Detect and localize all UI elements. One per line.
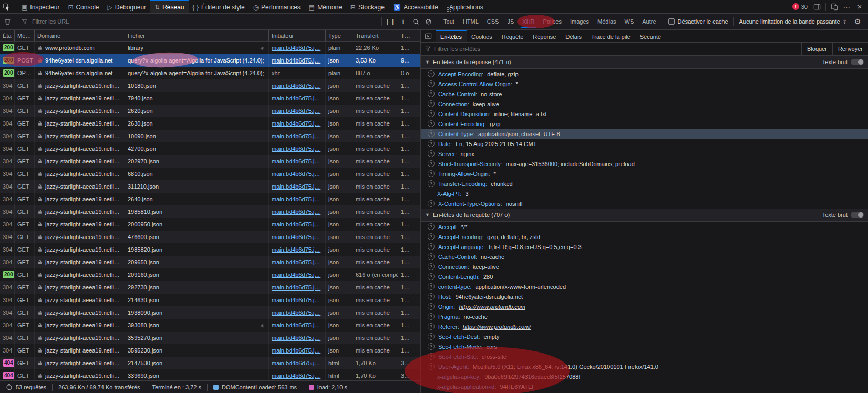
table-row[interactable]: 304GETjazzy-starlight-aeea19.netli…29273… (0, 281, 420, 294)
pick-element-button[interactable] (0, 0, 13, 13)
url-filter-input[interactable] (29, 18, 379, 25)
response-header-row[interactable]: ?Access-Control-Allow-Origin:* (421, 79, 868, 89)
request-header-row[interactable]: ?Content-Length:280 (421, 272, 868, 282)
help-icon[interactable]: ? (428, 130, 435, 137)
help-icon[interactable]: ? (428, 200, 435, 207)
resend-request-button[interactable]: Renvoyer (832, 43, 868, 55)
column-header-2[interactable]: Domaine (35, 30, 125, 41)
response-header-row[interactable]: ?X-Content-Type-Options:nosniff (421, 199, 868, 209)
type-filter-polices[interactable]: Polices (539, 14, 566, 29)
header-value-link[interactable]: https://www.protondb.com (459, 304, 525, 310)
table-row[interactable]: 304GETjazzy-starlight-aeea19.netli…19858… (0, 243, 420, 256)
table-row[interactable]: 304GETjazzy-starlight-aeea19.netli…6810.… (0, 168, 420, 180)
help-icon[interactable]: ? (428, 90, 435, 97)
request-header-row[interactable]: ?Host:94he6yatei-dsn.algolia.net (421, 292, 868, 302)
initiator-link[interactable]: main.bd4b6d75.j… (272, 133, 320, 139)
initiator-link[interactable]: main.bd4b6d75.j… (272, 95, 320, 101)
request-header-row[interactable]: ?User-Agent:Mozilla/5.0 (X11; Linux x86_… (421, 361, 868, 371)
table-row[interactable]: 304GETjazzy-starlight-aeea19.netli…20297… (0, 155, 420, 168)
table-row[interactable]: 304GETjazzy-starlight-aeea19.netli…10090… (0, 130, 420, 142)
request-header-row[interactable]: ?Origin:https://www.protondb.com (421, 302, 868, 312)
table-row[interactable]: 404GETjazzy-starlight-aeea19.netli…33969… (0, 369, 420, 380)
column-header-5[interactable]: Type (326, 30, 353, 41)
response-header-row[interactable]: ?Cache-Control:no-store (421, 89, 868, 99)
details-tab-en-t-tes[interactable]: En-têtes (436, 30, 467, 42)
table-row[interactable]: 304GETjazzy-starlight-aeea19.netli…21463… (0, 294, 420, 306)
throttling-select[interactable]: Aucune limitation de la bande passante ⇕ (736, 18, 850, 25)
details-tab-trace-de-la-pile[interactable]: Trace de la pile (586, 30, 635, 42)
table-row[interactable]: 404GETjazzy-starlight-aeea19.netli…21475… (0, 357, 420, 369)
request-header-row[interactable]: ?content-type:application/x-www-form-url… (421, 282, 868, 292)
help-icon[interactable]: ? (428, 353, 435, 360)
response-header-row[interactable]: ?Timing-Allow-Origin:* (421, 169, 868, 179)
tab-stockage[interactable]: ⊟Stockage (346, 0, 389, 13)
tab-console[interactable]: ⊡Console (64, 0, 103, 13)
request-header-row[interactable]: ?Accept-Language:fr,fr-FR;q=0.8,en-US;q=… (421, 242, 868, 252)
help-icon[interactable]: ? (428, 70, 435, 77)
network-settings-button[interactable]: ⚙ (850, 14, 868, 29)
initiator-link[interactable]: main.bd4b6d75.j… (272, 234, 320, 240)
tab-d-bogueur[interactable]: ▷Débogueur (103, 0, 150, 13)
initiator-link[interactable]: main.bd4b6d75.j… (272, 82, 320, 89)
initiator-link[interactable]: main.bd4b6d75.j… (272, 209, 320, 215)
initiator-link[interactable]: main.bd4b6d75.j… (272, 146, 320, 152)
help-icon[interactable]: ? (428, 313, 435, 320)
column-header-3[interactable]: Fichier (125, 30, 269, 41)
initiator-link[interactable]: main.bd4b6d75.j… (272, 221, 320, 227)
table-row[interactable]: 304GETjazzy-starlight-aeea19.netli…7940.… (0, 92, 420, 105)
table-row[interactable]: 304GETjazzy-starlight-aeea19.netli…42700… (0, 142, 420, 155)
column-header-4[interactable]: Initiateur (269, 30, 326, 41)
request-header-row[interactable]: ?Cache-Control:no-cache (421, 252, 868, 262)
table-row[interactable]: 200POST94he6yatei-dsn.algolia.netquery?x… (0, 54, 420, 67)
clear-requests-button[interactable] (1, 14, 14, 29)
column-header-0[interactable]: Éta (0, 30, 15, 41)
response-header-row[interactable]: ?Content-Type:application/json; charset=… (421, 129, 868, 139)
column-header-7[interactable]: T… (398, 30, 420, 41)
response-header-row[interactable]: ?Accept-Encoding:deflate, gzip (421, 69, 868, 79)
help-icon[interactable]: ? (428, 283, 435, 290)
initiator-link[interactable]: main.bd4b6d75.j… (272, 322, 320, 328)
request-header-row[interactable]: x-algolia-application-id:94HE6YATEI (421, 381, 868, 391)
tab-m-moire[interactable]: ▤Mémoire (305, 0, 346, 13)
details-tab-r-ponse[interactable]: Réponse (528, 30, 561, 42)
initiator-link[interactable]: main.bd4b6d75.j… (272, 284, 320, 291)
initiator-link[interactable]: main.bd4b6d75.j… (272, 45, 320, 51)
split-panel-toggle-button[interactable] (421, 30, 436, 42)
initiator-link[interactable]: main.bd4b6d75.j… (272, 309, 320, 316)
help-icon[interactable]: ? (428, 110, 435, 117)
response-headers-section-header[interactable]: ▼ En-têtes de la réponse (471 o) Texte b… (421, 56, 868, 69)
response-header-row[interactable]: ?Transfer-Encoding:chunked (421, 179, 868, 189)
initiator-link[interactable]: main.bd4b6d75.j… (272, 196, 320, 202)
request-header-row[interactable]: ?Accept:*/* (421, 222, 868, 232)
raw-response-toggle[interactable] (851, 59, 864, 65)
initiator-link[interactable]: main.bd4b6d75.j… (272, 158, 320, 164)
help-icon[interactable]: ? (428, 363, 435, 370)
load-time[interactable]: load: 2,10 s (303, 384, 353, 391)
help-icon[interactable]: ? (428, 323, 435, 330)
table-row[interactable]: 304GETjazzy-starlight-aeea19.netli…19380… (0, 306, 420, 319)
initiator-link[interactable]: main.bd4b6d75.j… (272, 335, 320, 341)
help-icon[interactable]: ? (428, 293, 435, 300)
type-filter-images[interactable]: Images (566, 14, 593, 29)
table-row[interactable]: 304GETjazzy-starlight-aeea19.netli…39308… (0, 319, 420, 332)
help-icon[interactable]: ? (428, 343, 435, 350)
details-tab-requ-te[interactable]: Requête (497, 30, 529, 42)
request-header-row[interactable]: ?Sec-Fetch-Site:cross-site (421, 351, 868, 361)
request-headers-section-header[interactable]: ▼ En-têtes de la requête (707 o) Texte b… (421, 209, 868, 222)
details-tab-s-curit-[interactable]: Sécurité (635, 30, 666, 42)
response-header-row[interactable]: ?Server:nginx (421, 149, 868, 159)
dock-button[interactable] (811, 0, 823, 13)
table-row[interactable]: 200GETwww.protondb.comlibrarymain.bd4b6d… (0, 42, 420, 54)
request-header-row[interactable]: ?Sec-Fetch-Dest:empty (421, 332, 868, 342)
response-header-row[interactable]: ?Content-Encoding:gzip (421, 119, 868, 129)
table-row[interactable]: 304GETjazzy-starlight-aeea19.netli…2630.… (0, 117, 420, 130)
block-request-button[interactable] (422, 14, 435, 29)
initiator-link[interactable]: main.bd4b6d75.j… (272, 57, 320, 64)
help-icon[interactable]: ? (428, 253, 435, 260)
table-row[interactable]: 304GETjazzy-starlight-aeea19.netli…35952… (0, 344, 420, 357)
table-row[interactable]: 200GETjazzy-starlight-aeea19.netli…20916… (0, 268, 420, 281)
help-icon[interactable]: ? (428, 160, 435, 167)
headers-filter-input[interactable] (431, 46, 801, 52)
tab-inspecteur[interactable]: ▣Inspecteur (17, 0, 64, 13)
response-header-row[interactable]: ?Strict-Transport-Security:max-age=31536… (421, 159, 868, 169)
